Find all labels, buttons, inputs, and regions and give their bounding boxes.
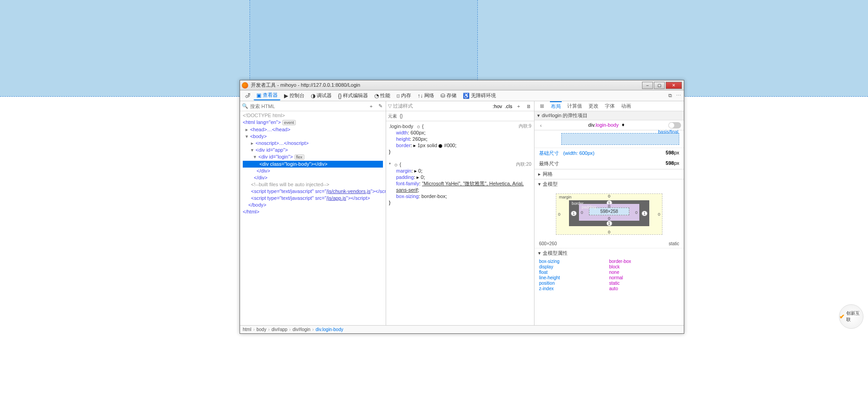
chevron-down-icon: ▾ xyxy=(538,250,541,256)
devtools-window: 开发者工具 - mihoyo - http://127.0.0.1:8080/L… xyxy=(240,80,684,334)
a11y-icon: ♿ xyxy=(463,93,470,99)
devtools-toolbar: ⮰ ▣查看器 ▶控制台 ◑调试器 {}样式编辑器 ◔性能 ⎅内存 ↑↓网络 ⛁存… xyxy=(240,90,684,101)
flex-item-path: div.login-body ♦ xyxy=(547,122,666,128)
kebab-menu-button[interactable]: ⋯ xyxy=(675,92,682,99)
cls-toggle[interactable]: .cls xyxy=(505,104,513,109)
braces-icon: {} xyxy=(338,93,342,99)
tab-memory[interactable]: ⎅内存 xyxy=(394,91,414,100)
window-titlebar[interactable]: 开发者工具 - mihoyo - http://127.0.0.1:8080/L… xyxy=(240,80,684,90)
layout-panel: ⊞ 布局 计算值 更改 字体 动画 ▾div#login 的弹性项目 ‹ div… xyxy=(535,101,684,325)
minimize-button[interactable]: – xyxy=(642,82,653,89)
filter-icon: ▽ xyxy=(388,103,392,109)
add-node-button[interactable]: + xyxy=(368,103,375,110)
memory-icon: ⎅ xyxy=(397,93,400,99)
console-icon: ▶ xyxy=(284,93,288,99)
box-props-header[interactable]: ▾盒模型属性 xyxy=(535,248,684,258)
dom-selected-node[interactable]: <div class="login-body"></div> xyxy=(243,161,383,168)
tab-fonts[interactable]: 字体 xyxy=(604,102,616,110)
close-button[interactable]: ✕ xyxy=(666,82,682,89)
inline-box-icon: {} xyxy=(400,114,403,119)
hov-toggle[interactable]: :hov xyxy=(493,104,502,109)
flex-prev-button[interactable]: ‹ xyxy=(537,122,544,129)
tab-style-editor[interactable]: {}样式编辑器 xyxy=(335,91,371,100)
window-controls: – ▢ ✕ xyxy=(642,82,682,89)
tab-inspector[interactable]: ▣查看器 xyxy=(254,91,280,100)
tab-animations[interactable]: 动画 xyxy=(620,102,632,110)
boxmodel-section[interactable]: ▾盒模型 xyxy=(535,179,684,189)
styles-filter[interactable]: ▽过滤样式 xyxy=(388,103,490,109)
tab-changes[interactable]: 更改 xyxy=(588,102,599,110)
tab-layout[interactable]: 布局 xyxy=(550,101,562,111)
pointer-icon: ⮰ xyxy=(245,93,250,99)
styles-panel: ▽过滤样式 :hov .cls + 🗎 元素 {} .login-body ☼ … xyxy=(386,101,535,325)
styles-rules[interactable]: .login-body ☼ {内联:9 width: 600px; height… xyxy=(386,121,534,325)
tab-storage[interactable]: ⛁存储 xyxy=(438,91,459,100)
tab-network[interactable]: ↑↓网络 xyxy=(415,91,437,100)
breadcrumb[interactable]: html› body› div#app› div#login› div.logi… xyxy=(240,325,684,333)
tab-accessibility[interactable]: ♿无障碍环境 xyxy=(460,91,499,100)
window-title: 开发者工具 - mihoyo - http://127.0.0.1:8080/L… xyxy=(251,82,642,89)
tab-console[interactable]: ▶控制台 xyxy=(281,91,307,100)
responsive-mode-button[interactable]: ⧉ xyxy=(667,92,674,99)
box-props-grid: box-sizingborder-boxdisplayblockfloatnon… xyxy=(535,258,684,292)
element-label: 元素 xyxy=(388,113,397,119)
tab-debugger[interactable]: ◑调试器 xyxy=(308,91,334,100)
box-model-diagram[interactable]: margin 00 00 border 11 11 padding 00 00 … xyxy=(535,189,684,239)
chevron-down-icon: ▾ xyxy=(538,181,541,187)
chevron-down-icon: ▾ xyxy=(537,113,540,119)
flex-section-header[interactable]: ▾div#login 的弹性项目 xyxy=(535,111,684,120)
sidebar-toggle-icon[interactable]: ⊞ xyxy=(538,103,545,110)
firefox-icon xyxy=(242,82,248,89)
search-icon: 🔍 xyxy=(242,103,248,109)
copy-styles-button[interactable]: 🗎 xyxy=(525,103,532,110)
basis-final-label: basis/final xyxy=(658,129,678,134)
dimension-row: 600×260static xyxy=(535,239,684,248)
pick-element-button[interactable]: ⮰ xyxy=(242,92,253,100)
tab-performance[interactable]: ◔性能 xyxy=(372,91,393,100)
add-rule-button[interactable]: + xyxy=(515,103,522,110)
chevron-right-icon: ▸ xyxy=(538,171,541,177)
dom-search-input[interactable] xyxy=(250,104,366,109)
dom-tree[interactable]: <!DOCTYPE html> <html lang="en"> event ▸… xyxy=(240,111,386,325)
flex-overlay-toggle[interactable] xyxy=(668,122,681,129)
dom-panel: 🔍 + ✎ <!DOCTYPE html> <html lang="en"> e… xyxy=(240,101,386,325)
dom-search-row: 🔍 + ✎ xyxy=(240,101,386,111)
gauge-icon: ◔ xyxy=(374,93,379,99)
eyedropper-button[interactable]: ✎ xyxy=(377,103,384,110)
watermark-logo: ✔ 创新互联 xyxy=(839,304,863,329)
tab-computed[interactable]: 计算值 xyxy=(566,102,583,110)
network-icon: ↑↓ xyxy=(417,93,423,99)
grid-section[interactable]: ▸网格 xyxy=(535,169,684,179)
inspector-icon: ▣ xyxy=(256,92,261,99)
maximize-button[interactable]: ▢ xyxy=(654,82,665,89)
debugger-icon: ◑ xyxy=(311,93,315,99)
storage-icon: ⛁ xyxy=(441,93,445,99)
